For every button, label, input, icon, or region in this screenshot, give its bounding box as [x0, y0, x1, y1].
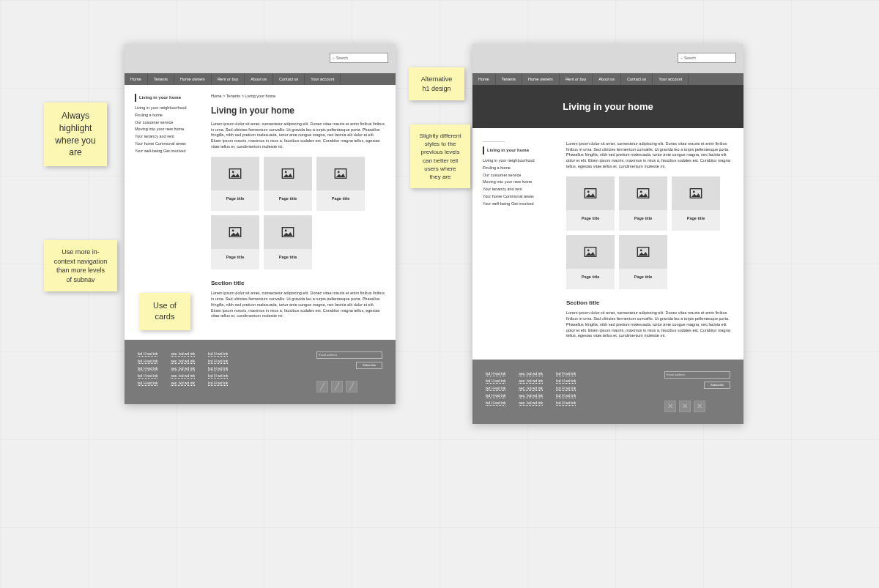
nav-contact-us[interactable]: Contact us [273, 73, 305, 85]
sticky-note[interactable]: Use of cards [139, 293, 190, 330]
card[interactable]: Page title [566, 176, 615, 231]
card-title: Page title [264, 190, 312, 211]
nav-tenants[interactable]: Tenants [148, 73, 174, 85]
search-input[interactable]: ⌕ Search [330, 53, 388, 63]
svg-point-15 [693, 191, 695, 193]
card[interactable]: Page title [619, 235, 667, 289]
breadcrumb[interactable]: Home > Tenants > Living your home [211, 94, 385, 98]
footer: lxd l-l-wd ink lxd l-l-wd ink lxd l-l-wd… [125, 340, 396, 404]
card-grid: Page title Page title Page title Page ti… [566, 176, 733, 289]
side-nav-item[interactable]: Your home Communal areas [135, 141, 201, 148]
side-nav-item[interactable]: Moving into your new home [483, 179, 556, 186]
nav-your-account[interactable]: Your account [653, 73, 689, 85]
footer-link[interactable]: sec. lxd wd ink [519, 393, 544, 398]
social-icon[interactable]: ✕ [664, 401, 676, 412]
card-title: Page title [619, 269, 667, 289]
footer-link[interactable]: lxd l-l wd ink [208, 366, 228, 371]
card[interactable]: Page title [316, 157, 365, 211]
footer-link[interactable]: lxd l-l wd ink [556, 401, 576, 405]
card[interactable]: Page title [211, 157, 259, 211]
email-input[interactable]: Email address [316, 351, 382, 359]
subscribe-button[interactable]: Subscribe [704, 382, 730, 389]
card[interactable]: Page title [619, 176, 667, 231]
side-nav-item[interactable]: Living in your neighbourhood [135, 105, 201, 112]
footer-link[interactable]: sec. lxd wd ink [519, 379, 544, 383]
svg-point-13 [640, 191, 642, 193]
side-nav-item[interactable]: Your well-being Get involved [135, 148, 201, 155]
nav-rent-or-buy[interactable]: Rent or buy [212, 73, 245, 85]
nav-contact-us[interactable]: Contact us [621, 73, 653, 85]
nav-tenants[interactable]: Tenants [496, 73, 522, 85]
image-placeholder-icon [211, 215, 259, 249]
social-icon[interactable]: ╱ [331, 381, 343, 392]
card[interactable]: Page title [211, 215, 259, 269]
side-nav-item[interactable]: Moving into your new home [135, 126, 201, 133]
card[interactable]: Page title [264, 215, 312, 269]
social-icon[interactable]: ╱ [316, 381, 328, 392]
nav-about-us[interactable]: About us [245, 73, 273, 85]
footer-link[interactable]: lxd l-l wd ink [556, 386, 576, 390]
nav-home[interactable]: Home [125, 73, 148, 85]
social-icon[interactable]: ╱ [346, 381, 357, 392]
sticky-note[interactable]: Alternative h1 design [409, 67, 464, 100]
footer-link[interactable]: lxd l-l-wd ink [486, 386, 506, 390]
search-input[interactable]: ⌕ Search [678, 53, 736, 63]
footer-link[interactable]: lxd l-l-wd ink [138, 351, 158, 356]
footer-link[interactable]: sec. lxd wd ink [171, 381, 196, 385]
footer-link[interactable]: lxd l-l wd ink [208, 351, 228, 356]
image-placeholder-icon [316, 157, 365, 190]
footer-link[interactable]: sec. lxd wd ink [519, 371, 544, 376]
footer-link[interactable]: lxd l-l-wd ink [138, 366, 158, 371]
footer-link[interactable]: sec. lxd wd ink [171, 366, 196, 371]
side-nav-item[interactable]: Your tenancy and rent [135, 133, 201, 141]
footer-link[interactable]: lxd l-l-wd ink [486, 401, 506, 405]
footer-link[interactable]: lxd l-l-wd ink [486, 393, 506, 398]
footer-link[interactable]: lxd l-l-wd ink [486, 379, 506, 383]
side-nav-item[interactable]: Living in your neighbourhood [483, 157, 556, 165]
card[interactable]: Page title [264, 157, 312, 211]
side-nav-item[interactable]: Finding a home [483, 165, 556, 172]
nav-rent-or-buy[interactable]: Rent or buy [560, 73, 593, 85]
social-icon[interactable]: ✕ [694, 401, 705, 412]
nav-home-owners[interactable]: Home owners [522, 73, 560, 85]
footer: lxd l-l-wd ink lxd l-l-wd ink lxd l-l-wd… [472, 360, 743, 424]
footer-link[interactable]: sec. lxd wd ink [519, 386, 544, 390]
card[interactable]: Page title [566, 235, 615, 289]
footer-link[interactable]: lxd l-l wd ink [556, 371, 576, 376]
footer-link[interactable]: lxd l-l wd ink [208, 359, 228, 363]
footer-link[interactable]: lxd l-l wd ink [208, 381, 228, 385]
subscribe-button[interactable]: Subscribe [356, 362, 382, 369]
footer-link[interactable]: sec. lxd wd ink [171, 359, 196, 363]
sticky-note[interactable]: Always highlight where you are [44, 103, 107, 166]
footer-link[interactable]: lxd l-l wd ink [208, 373, 228, 378]
main-column: Home > Tenants > Living your home Living… [211, 94, 385, 327]
side-nav-item[interactable]: Your well-being Get involved [483, 201, 556, 208]
sticky-note[interactable]: Use more in-context navigation than more… [44, 240, 117, 291]
nav-your-account[interactable]: Your account [305, 73, 341, 85]
footer-link[interactable]: lxd l-l wd ink [556, 379, 576, 383]
footer-col: lxd l-l wd ink lxd l-l wd ink lxd l-l wd… [208, 351, 228, 392]
side-nav-item[interactable]: Our customer service [135, 119, 201, 127]
sticky-note[interactable]: Slightly different styles to the previou… [410, 124, 470, 188]
footer-link[interactable]: sec. lxd wd ink [519, 401, 544, 405]
social-icon[interactable]: ✕ [679, 401, 691, 412]
footer-link[interactable]: lxd l-l-wd ink [138, 359, 158, 363]
footer-link[interactable]: lxd l-l wd ink [556, 393, 576, 398]
card[interactable]: Page title [672, 176, 720, 231]
side-nav-item[interactable]: Our customer service [483, 172, 556, 179]
side-nav-item[interactable]: Your tenancy and rent [483, 186, 556, 193]
main-column: Lorem ipsum dolor sit amet, consectetur … [566, 141, 733, 346]
nav-about-us[interactable]: About us [593, 73, 621, 85]
footer-link[interactable]: lxd l-l-wd ink [486, 371, 506, 376]
section-title: Section title [566, 299, 733, 306]
footer-link[interactable]: sec. lxd wd ink [171, 373, 196, 378]
nav-home-owners[interactable]: Home owners [174, 73, 212, 85]
side-nav-item[interactable]: Your home Communal areas [483, 193, 556, 201]
footer-link[interactable]: lxd l-l-wd ink [138, 381, 158, 385]
image-placeholder-icon [619, 176, 667, 210]
side-nav-item[interactable]: Finding a home [135, 112, 201, 119]
nav-home[interactable]: Home [472, 73, 496, 85]
email-input[interactable]: Email address [664, 371, 730, 379]
footer-link[interactable]: lxd l-l-wd ink [138, 373, 158, 378]
footer-link[interactable]: sec. lxd wd ink [171, 351, 196, 356]
